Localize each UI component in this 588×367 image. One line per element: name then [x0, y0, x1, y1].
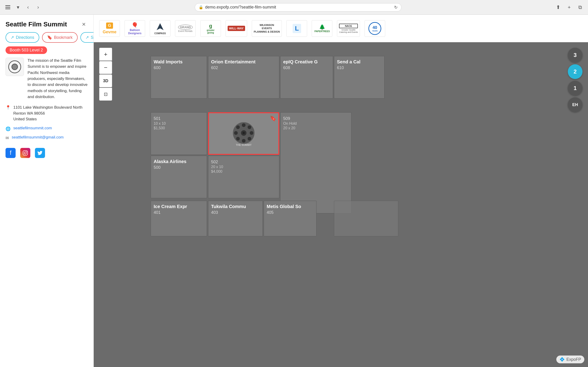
address-item: 📍 1101 Lake Washington Boulevard North R… [6, 105, 88, 122]
level-2-button[interactable]: 2 [568, 64, 582, 79]
booth-502[interactable]: 502 20 x 10 $4,000 [208, 156, 279, 198]
map-area: G Gevme 🎈 BalloonDesigners COMPASS [94, 15, 588, 367]
svg-point-8 [242, 139, 246, 143]
twitter-button[interactable] [35, 148, 45, 158]
dropdown-button[interactable]: ▾ [14, 3, 22, 11]
expofp-icon: 💠 [560, 357, 564, 362]
directions-icon: ↗ [11, 35, 14, 40]
website-item: 🌐 seattlefilmsummit.com [6, 126, 88, 131]
main-layout: Seattle Film Summit × ↗ Directions 🔖 Boo… [0, 15, 588, 367]
sponsor-lapiz[interactable]: L [286, 20, 307, 37]
svg-point-7 [242, 123, 246, 127]
sponsor-balloon[interactable]: 🎈 BalloonDesigners [124, 20, 145, 37]
directions-button[interactable]: ↗ Directions [6, 32, 39, 43]
level-1-button[interactable]: 1 [568, 81, 582, 96]
email-icon: ✉ [6, 135, 9, 141]
social-section: f [0, 144, 93, 162]
sponsor-papertrees[interactable]: 🌲 PAPERTREES [312, 20, 332, 37]
bookmark-button[interactable]: 🔖 Bookmark [42, 32, 78, 43]
booth-grid: Wald Imports 600 Orion Entertainment 602… [94, 42, 588, 367]
logo-circle [8, 60, 21, 73]
sponsor-gevme[interactable]: G Gevme [99, 20, 120, 37]
share-action-button[interactable]: ↗ Share [80, 32, 94, 43]
booth-501[interactable]: 501 10 x 10 $1,500 [151, 112, 207, 155]
sidebar-toggle-button[interactable] [4, 3, 12, 11]
panel-description: The mission of the Seattle Film Summit i… [28, 58, 88, 100]
address-bar: 🔒 ↻ [195, 3, 401, 11]
svg-point-13 [236, 137, 240, 141]
map-controls: + − 3D ⊡ [99, 48, 112, 100]
svg-point-12 [248, 125, 251, 129]
level-eh-button[interactable]: EH [568, 97, 582, 112]
bookmark-indicator: 🔖 [270, 115, 277, 122]
booth-epiq-creative[interactable]: epIQ Creative G 608 [280, 56, 333, 99]
email-link[interactable]: seattlefilmsummit@gmail.com [12, 135, 64, 140]
expofp-watermark: 💠 ExpoFP [556, 356, 584, 363]
sponsor-compass[interactable]: COMPASS [150, 20, 170, 37]
instagram-button[interactable] [20, 148, 30, 158]
left-panel: Seattle Film Summit × ↗ Directions 🔖 Boo… [0, 15, 94, 367]
3d-button[interactable]: 3D [99, 75, 112, 87]
svg-text:THE SUMMIT: THE SUMMIT [236, 143, 252, 146]
booth-badge: Booth 503 Level 2 [6, 46, 47, 54]
panel-logo [6, 58, 24, 76]
location-icon: 📍 [6, 105, 11, 110]
svg-point-14 [248, 137, 251, 141]
browser-controls: ▾ ‹ › [4, 3, 42, 11]
booth-corner-right[interactable] [334, 201, 398, 236]
expofp-text: ExpoFP [566, 357, 581, 362]
svg-point-6 [242, 132, 245, 134]
sponsor-greater[interactable]: g greatergiving [200, 20, 221, 37]
email-item: ✉ seattlefilmsummit@gmail.com [6, 135, 88, 141]
booth-509[interactable]: 509 On Hold 20 x 20 [280, 112, 351, 213]
logo-inner [11, 64, 18, 70]
bookmark-icon: 🔖 [47, 35, 52, 40]
forward-button[interactable]: › [34, 3, 42, 11]
svg-rect-0 [5, 5, 10, 6]
svg-rect-1 [5, 7, 10, 8]
back-button[interactable]: ‹ [24, 3, 32, 11]
booth-alaska-airlines[interactable]: Alaska Airlines 500 [151, 156, 207, 198]
zoom-out-button[interactable]: − [99, 61, 112, 74]
tabs-button[interactable]: ⧉ [576, 3, 584, 11]
sponsor-grand[interactable]: GRAND Event Rentals [175, 20, 196, 37]
lock-icon: 🔒 [199, 5, 203, 9]
sponsor-willway[interactable]: WILL·WAY [225, 20, 247, 37]
sponsor-40years[interactable]: 40 YEARS [364, 20, 385, 37]
sponsor-bar: G Gevme 🎈 BalloonDesigners COMPASS [94, 15, 588, 42]
svg-marker-3 [157, 23, 164, 30]
refresh-button[interactable]: ↻ [394, 5, 398, 10]
share-button[interactable]: ⬆ [554, 3, 562, 11]
svg-point-10 [250, 131, 253, 135]
facebook-button[interactable]: f [6, 148, 16, 158]
url-input[interactable] [205, 5, 392, 10]
booth-wald-imports[interactable]: Wald Imports 600 [151, 56, 207, 99]
sponsor-wilkinson[interactable]: WILKINSONEVENTSPLANNING & DESIGN [252, 20, 282, 37]
svg-point-11 [236, 125, 240, 129]
summit-logo: THE SUMMIT [231, 121, 256, 146]
level-selector: 3 2 1 EH [568, 48, 582, 112]
sponsor-nace[interactable]: NACE Greater SeattleCatering and Events [337, 20, 360, 37]
booth-orion-entertainment[interactable]: Orion Entertainment 602 [208, 56, 279, 99]
new-tab-button[interactable]: + [565, 3, 573, 11]
close-button[interactable]: × [80, 20, 88, 28]
booth-seattle-summit[interactable]: 🔖 [208, 112, 279, 155]
fit-button[interactable]: ⊡ [99, 88, 112, 100]
panel-title: Seattle Film Summit [6, 21, 67, 28]
panel-info: The mission of the Seattle Film Summit i… [0, 58, 93, 105]
zoom-in-button[interactable]: + [99, 48, 112, 61]
floor-map[interactable]: + − 3D ⊡ 3 2 1 EH Wald Imports 600 [94, 42, 588, 367]
booth-ice-cream[interactable]: Ice Cream Expr 401 [151, 201, 207, 236]
svg-point-9 [234, 131, 238, 135]
booth-tukwila[interactable]: Tukwila Commu 403 [208, 201, 263, 236]
website-link[interactable]: seattlefilmsummit.com [13, 126, 52, 130]
panel-header: Seattle Film Summit × [0, 15, 93, 32]
svg-rect-2 [5, 8, 10, 9]
address-text: 1101 Lake Washington Boulevard North Ren… [13, 105, 83, 122]
share-icon: ↗ [85, 35, 89, 40]
globe-icon: 🌐 [6, 126, 11, 131]
level-3-button[interactable]: 3 [568, 48, 582, 62]
booth-metis-global[interactable]: Metis Global So 405 [264, 201, 316, 236]
contact-section: 📍 1101 Lake Washington Boulevard North R… [0, 105, 93, 144]
booth-send-a-cal[interactable]: Send a Cal 610 [334, 56, 384, 99]
